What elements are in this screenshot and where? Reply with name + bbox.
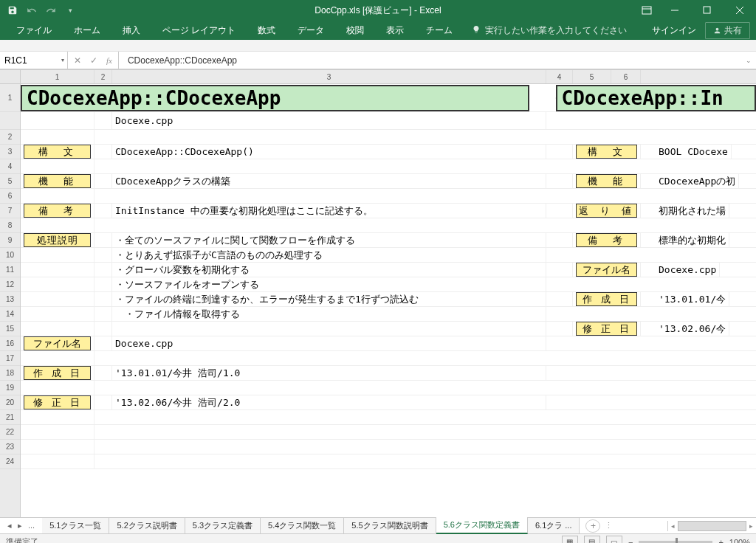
fx-icon[interactable]: fx [106,56,112,65]
label-syntax-r[interactable]: 構 文 [576,145,637,159]
cell[interactable]: ・ファイル情報を取得する [112,307,546,321]
sheet-tab[interactable]: 5.1クラス一覧 [42,518,109,533]
col-header[interactable]: 2 [94,70,112,83]
row-header[interactable]: 20 [0,395,20,410]
source-file[interactable]: Docexe.cpp [112,112,546,129]
row-header[interactable]: 4 [0,159,20,174]
row-header[interactable] [0,112,20,130]
row-header[interactable]: 14 [0,307,20,322]
cell[interactable]: '13.02.06/今 [641,322,729,336]
tab-options-icon[interactable]: ⋮ [605,521,613,530]
row-header[interactable]: 8 [0,218,20,233]
cell[interactable]: ・全てのソースファイルに関して関数フローを作成する [112,233,546,247]
formula-expand-icon[interactable]: ⌄ [746,57,752,64]
row-header[interactable]: 15 [0,322,20,336]
ribbon-tab-review[interactable]: 校閲 [336,21,374,40]
sheet-tab-active[interactable]: 5.6クラス関数定義書 [436,517,528,534]
row-header[interactable]: 21 [0,410,20,425]
view-pagelayout-icon[interactable]: ▤ [584,536,600,544]
row-header[interactable]: 5 [0,174,20,189]
cell[interactable]: '13.02.06/今井 浩司/2.0 [112,395,546,409]
formula-enter-icon[interactable]: ✓ [90,55,97,66]
sheet-tab[interactable]: 5.4クラス関数一覧 [261,518,344,533]
tab-nav-next-icon[interactable]: ▸ [18,521,22,530]
ribbon-tab-insert[interactable]: 挿入 [112,21,151,40]
row-header[interactable]: 9 [0,233,20,248]
tab-nav-first-icon[interactable]: ◂ [7,521,12,530]
col-header[interactable]: 4 [546,70,573,83]
cell[interactable]: Docexe.cpp [112,336,546,350]
cell[interactable]: InitInstance 中の重要な初期化処理はここに記述する。 [112,204,546,218]
label-created-r[interactable]: 作 成 日 [576,292,637,306]
view-pagebreak-icon[interactable]: ▭ [606,536,622,544]
add-sheet-button[interactable]: + [585,519,600,533]
ribbon-tab-formulas[interactable]: 数式 [247,21,286,40]
ribbon-display-options-icon[interactable] [635,0,659,21]
row-header[interactable]: 7 [0,204,20,218]
qat-customize-icon[interactable]: ▾ [62,2,78,18]
zoom-level[interactable]: 100% [729,538,750,544]
formula-cancel-icon[interactable]: ✕ [74,55,81,66]
cell[interactable]: Docexe.cpp [641,263,720,277]
label-process[interactable]: 処理説明 [24,233,91,247]
cell[interactable]: ・グローバル変数を初期化する [112,263,546,277]
row-header[interactable]: 10 [0,248,20,263]
label-modified[interactable]: 修 正 日 [24,395,91,409]
col-header[interactable]: 1 [21,70,94,83]
label-function-r[interactable]: 機 能 [576,174,637,188]
label-syntax[interactable]: 構 文 [24,145,91,159]
row-header[interactable]: 22 [0,425,20,440]
chevron-down-icon[interactable]: ▾ [61,57,64,63]
row-header[interactable]: 23 [0,440,20,454]
label-retval-r[interactable]: 返 り 値 [576,204,637,218]
cell[interactable]: CDocexeAppの初 [641,174,739,188]
formula-input[interactable]: CDocexeApp::CDocexeApp ⌄ [119,52,756,69]
ribbon-tab-view[interactable]: 表示 [376,21,414,40]
col-header[interactable]: 5 [573,70,611,83]
tab-nav-more[interactable]: ... [28,521,35,530]
maximize-button[interactable] [691,0,724,21]
label-filename-r[interactable]: ファイル名 [576,263,637,277]
share-button[interactable]: 共有 [705,22,750,39]
cell[interactable]: 標準的な初期化 [641,233,729,247]
col-header[interactable]: 6 [611,70,641,83]
cell[interactable]: ・ファイルの終端に到達するか、エラーが発生するまで1行ずつ読込む [112,292,546,306]
row-header[interactable]: 16 [0,336,20,351]
zoom-out-button[interactable]: − [628,538,633,544]
row-header[interactable]: 6 [0,189,20,204]
row-header[interactable]: 13 [0,292,20,307]
row-header[interactable]: 1 [0,84,20,112]
cell[interactable]: CDocexeApp::CDocexeApp() [112,145,546,159]
signin-link[interactable]: サインイン [652,24,696,37]
sheet-tab[interactable]: 5.2クラス説明書 [109,518,185,533]
ribbon-tab-file[interactable]: ファイル [6,21,62,40]
row-header[interactable]: 12 [0,277,20,292]
row-header[interactable]: 11 [0,263,20,277]
section-title-right[interactable]: CDocexeApp::In [556,85,756,111]
label-function[interactable]: 機 能 [24,174,91,188]
name-box[interactable]: R1C1 ▾ [0,52,68,69]
ribbon-tab-pagelayout[interactable]: ページ レイアウト [152,21,246,40]
label-remark[interactable]: 備 考 [24,204,91,218]
row-header[interactable]: 19 [0,381,20,395]
row-header[interactable]: 3 [0,145,20,159]
select-all-cell[interactable] [0,70,20,84]
ribbon-tab-team[interactable]: チーム [416,21,463,40]
cell[interactable]: '13.01.01/今井 浩司/1.0 [112,366,546,380]
cell[interactable]: '13.01.01/今 [641,292,729,306]
cell[interactable]: 初期化された場 [641,204,729,218]
close-button[interactable] [724,0,756,21]
sheet-tab[interactable]: 6.1クラ ... [528,518,580,533]
zoom-in-button[interactable]: + [718,538,723,544]
sheet-tab[interactable]: 5.3クラス定義書 [185,518,261,533]
undo-icon[interactable] [24,2,40,18]
sheet-tab[interactable]: 5.5クラス関数説明書 [344,518,436,533]
worksheet[interactable]: CDocexeApp::CDocexeApp CDocexeApp::In Do… [21,84,756,469]
row-header[interactable]: 17 [0,351,20,366]
view-normal-icon[interactable]: ▦ [562,536,578,544]
ribbon-tab-home[interactable]: ホーム [63,21,111,40]
cell[interactable]: ・ソースファイルをオープンする [112,277,546,291]
horizontal-scrollbar[interactable]: ◂ ▸ [667,521,756,531]
zoom-slider[interactable] [639,541,712,544]
section-title-left[interactable]: CDocexeApp::CDocexeApp [21,85,529,111]
